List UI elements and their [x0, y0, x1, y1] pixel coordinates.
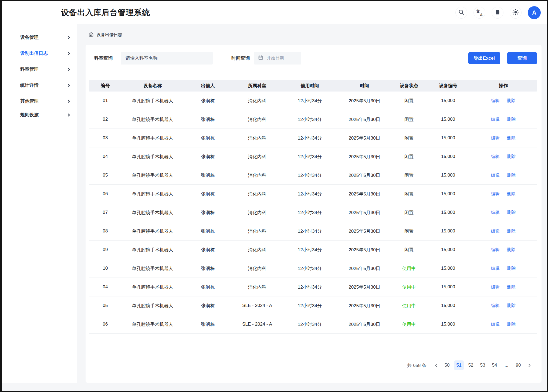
- delete-link[interactable]: 删除: [507, 266, 516, 271]
- cell-device-name: 单孔腔镜手术机器人: [121, 191, 184, 197]
- next-page-button[interactable]: [525, 360, 533, 370]
- page-number[interactable]: ...: [502, 360, 511, 370]
- cell-device-name: 单孔腔镜手术机器人: [121, 228, 184, 234]
- pagination: 共 658 条 5051525354...90: [407, 360, 533, 370]
- cell-device-code: 15,000: [427, 210, 470, 215]
- cell-no: 07: [89, 210, 121, 215]
- delete-link[interactable]: 删除: [507, 322, 516, 327]
- cell-device-name: 单孔腔镜手术机器人: [121, 265, 184, 272]
- translate-button[interactable]: 文A: [473, 7, 485, 19]
- edit-link[interactable]: 编辑: [491, 284, 500, 290]
- page-number[interactable]: 52: [466, 360, 476, 370]
- cell-actions: 编辑 删除: [470, 117, 537, 122]
- edit-link[interactable]: 编辑: [491, 135, 500, 141]
- delete-link[interactable]: 删除: [507, 210, 516, 215]
- table-row: 09 单孔腔镜手术机器人 张润栋 消化内科 12小时34分 2025年5月30日…: [89, 241, 537, 259]
- cell-borrow-duration: 12小时34分: [282, 116, 337, 123]
- table-header-cell: 所属科室: [232, 83, 282, 89]
- delete-link[interactable]: 删除: [507, 247, 516, 253]
- sidebar-item[interactable]: 科室管理: [2, 61, 77, 77]
- table-header-cell: 操作: [470, 83, 537, 89]
- cell-department: SLE - 2024 - A: [232, 303, 282, 308]
- start-date-picker[interactable]: 开始日期: [254, 52, 301, 65]
- query-button[interactable]: 查询: [507, 52, 537, 64]
- page-number[interactable]: 90: [513, 360, 523, 370]
- filter-bar: 科室查询 时间查询 开始日期 导出: [94, 52, 537, 65]
- edit-link[interactable]: 编辑: [491, 266, 500, 271]
- edit-link[interactable]: 编辑: [491, 247, 500, 253]
- edit-link[interactable]: 编辑: [491, 210, 500, 215]
- edit-link[interactable]: 编辑: [491, 322, 500, 327]
- cell-status: 闲置: [391, 228, 427, 234]
- edit-link[interactable]: 编辑: [491, 173, 500, 178]
- delete-link[interactable]: 删除: [507, 154, 516, 160]
- cell-date: 2025年5月30日: [337, 321, 391, 327]
- chevron-right-icon: [528, 363, 531, 367]
- search-button[interactable]: [455, 7, 467, 19]
- cell-lender: 张润栋: [184, 284, 232, 290]
- delete-link[interactable]: 删除: [507, 117, 516, 122]
- user-avatar[interactable]: A: [528, 6, 541, 19]
- sidebar-item-label: 规则设施: [20, 112, 39, 118]
- delete-link[interactable]: 删除: [507, 303, 516, 309]
- cell-date: 2025年5月30日: [337, 191, 391, 197]
- edit-link[interactable]: 编辑: [491, 228, 500, 234]
- prev-page-button[interactable]: [432, 360, 440, 370]
- edit-link[interactable]: 编辑: [491, 303, 500, 309]
- cell-no: 08: [89, 228, 121, 234]
- sidebar-item[interactable]: 设备管理: [2, 29, 77, 45]
- page-number[interactable]: 54: [490, 360, 499, 370]
- cell-date: 2025年5月30日: [337, 228, 391, 234]
- cell-device-name: 单孔腔镜手术机器人: [121, 154, 184, 160]
- table-header-cell: 设备编号: [427, 83, 470, 89]
- sidebar-item[interactable]: 统计详情: [2, 77, 77, 93]
- cell-date: 2025年5月30日: [337, 116, 391, 123]
- edit-link[interactable]: 编辑: [491, 191, 500, 197]
- cell-borrow-duration: 12小时34分: [282, 135, 337, 141]
- sidebar-item[interactable]: 设别出借日志: [2, 45, 77, 61]
- cell-lender: 张润栋: [184, 228, 232, 234]
- cell-lender: 张润栋: [184, 265, 232, 272]
- notification-button[interactable]: [492, 7, 503, 19]
- edit-link[interactable]: 编辑: [491, 98, 500, 104]
- table-row: 07 单孔腔镜手术机器人 张润栋 消化内科 12小时34分 2025年5月30日…: [89, 203, 537, 222]
- cell-department: SLE - 2024 - A: [232, 322, 282, 327]
- sidebar-item[interactable]: 规则设施: [2, 107, 77, 123]
- page-number[interactable]: 53: [478, 360, 488, 370]
- cell-no: 09: [89, 247, 121, 252]
- edit-link[interactable]: 编辑: [491, 154, 500, 160]
- delete-link[interactable]: 删除: [507, 173, 516, 178]
- sidebar: 设备管理 设别出借日志 科室管理: [2, 24, 77, 383]
- cell-date: 2025年5月30日: [337, 284, 391, 290]
- delete-link[interactable]: 删除: [507, 191, 516, 197]
- cell-device-code: 15,000: [427, 284, 470, 290]
- brightness-button[interactable]: [510, 7, 522, 19]
- export-excel-button[interactable]: 导出Excel: [468, 52, 500, 64]
- cell-borrow-duration: 12小时34分: [282, 265, 337, 272]
- cell-device-name: 单孔腔镜手术机器人: [121, 284, 184, 290]
- cell-device-code: 15,000: [427, 135, 470, 141]
- cell-status: 闲置: [391, 116, 427, 123]
- cell-lender: 张润栋: [184, 172, 232, 178]
- page-number[interactable]: 50: [442, 360, 452, 370]
- delete-link[interactable]: 删除: [507, 98, 516, 104]
- cell-borrow-duration: 12小时34分: [282, 303, 337, 309]
- cell-no: 10: [89, 266, 121, 271]
- cell-department: 消化内科: [232, 116, 282, 123]
- table-row: 04 单孔腔镜手术机器人 张润栋 消化内科 12小时34分 2025年5月30日…: [89, 147, 537, 166]
- cell-department: 消化内科: [232, 154, 282, 160]
- cell-no: 05: [89, 303, 121, 308]
- table-header-cell: 出借人: [184, 83, 232, 89]
- cell-date: 2025年5月30日: [337, 303, 391, 309]
- cell-date: 2025年5月30日: [337, 209, 391, 216]
- delete-link[interactable]: 删除: [507, 228, 516, 234]
- cell-lender: 张润栋: [184, 321, 232, 327]
- page-number[interactable]: 51: [454, 360, 464, 370]
- dept-search-input[interactable]: [121, 52, 213, 65]
- delete-link[interactable]: 删除: [507, 284, 516, 290]
- edit-link[interactable]: 编辑: [491, 117, 500, 122]
- delete-link[interactable]: 删除: [507, 135, 516, 141]
- cell-department: 消化内科: [232, 284, 282, 290]
- chevron-left-icon: [434, 363, 438, 367]
- cell-actions: 编辑 删除: [470, 154, 537, 160]
